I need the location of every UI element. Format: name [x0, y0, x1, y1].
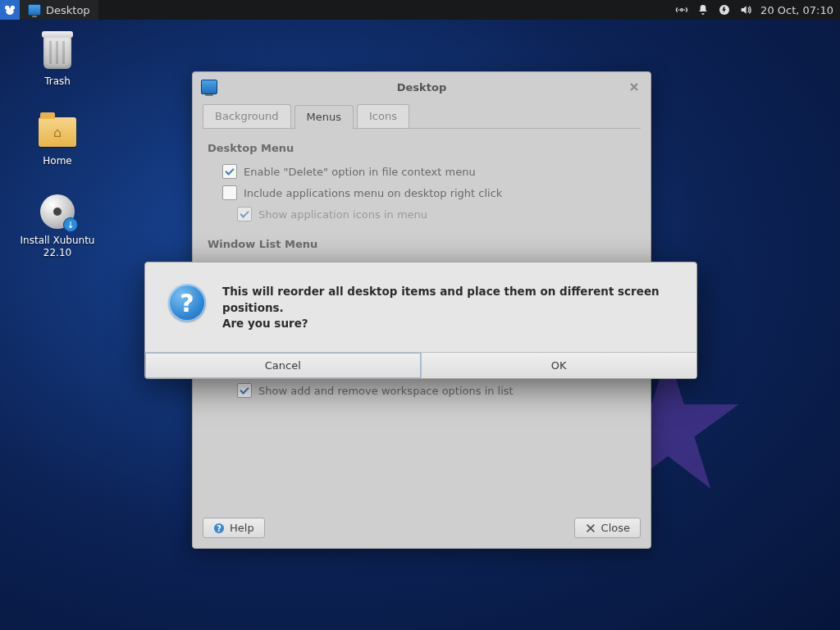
desktop-icon-label: Trash — [44, 75, 71, 88]
window-titlebar[interactable]: Desktop — [193, 72, 651, 102]
window-button-row: ? Help Close — [193, 509, 651, 548]
desktop-icon-installer[interactable]: ↓ Install Xubuntu 22.10 — [8, 192, 107, 259]
notifications-icon[interactable] — [696, 3, 710, 16]
confirm-reorder-dialog: ? This will reorder all desktop items an… — [144, 262, 697, 379]
trash-icon — [43, 36, 71, 69]
svg-point-3 — [6, 8, 13, 15]
svg-text:?: ? — [217, 523, 221, 532]
option-include-apps-menu[interactable]: Include applications menu on desktop rig… — [208, 182, 636, 203]
tab-menus[interactable]: Menus — [294, 105, 354, 129]
checkbox-checked-icon — [222, 164, 237, 179]
question-icon: ? — [168, 284, 206, 322]
checkbox-checked-icon — [237, 207, 252, 221]
checkbox-unchecked-icon — [222, 185, 237, 200]
network-icon[interactable] — [675, 3, 688, 16]
dialog-button-row: Cancel OK — [145, 352, 696, 378]
section-window-list-menu: Window List Menu — [208, 238, 636, 250]
option-label: Show application icons in menu — [258, 208, 427, 221]
button-label: Close — [601, 522, 630, 534]
taskbar-item-desktop[interactable]: Desktop — [20, 0, 98, 20]
option-label: Include applications menu on desktop rig… — [244, 187, 502, 199]
option-show-add-remove-workspace[interactable]: Show add and remove workspace options in… — [208, 380, 636, 401]
desktop-icon-trash[interactable]: Trash — [8, 33, 107, 88]
monitor-icon — [201, 80, 217, 94]
help-button[interactable]: ? Help — [203, 518, 265, 538]
tab-strip: Background Menus Icons — [193, 102, 651, 128]
close-icon — [585, 523, 596, 534]
section-desktop-menu: Desktop Menu — [208, 142, 636, 154]
option-label: Show add and remove workspace options in… — [258, 385, 514, 397]
disc-icon: ↓ — [40, 194, 75, 229]
desktop-icon-home[interactable]: ⌂ Home — [8, 112, 107, 167]
button-label: Help — [230, 522, 254, 534]
power-icon[interactable] — [718, 3, 731, 16]
dialog-message: This will reorder all desktop items and … — [222, 284, 673, 332]
tab-icons[interactable]: Icons — [357, 104, 409, 128]
top-panel: Desktop 20 Oct, 07:10 — [0, 0, 840, 20]
help-icon: ? — [213, 523, 225, 534]
option-label: Enable "Delete" option in file context m… — [244, 166, 476, 178]
monitor-icon — [28, 4, 41, 16]
button-label: OK — [551, 359, 567, 372]
close-icon — [629, 82, 639, 92]
option-show-app-icons: Show application icons in menu — [208, 203, 636, 225]
xfce-mouse-icon — [3, 3, 16, 16]
option-enable-delete[interactable]: Enable "Delete" option in file context m… — [208, 161, 636, 182]
download-badge-icon: ↓ — [64, 218, 77, 231]
desktop-icon-label: Install Xubuntu 22.10 — [8, 235, 107, 259]
checkbox-checked-icon — [237, 383, 252, 398]
window-title: Desktop — [193, 81, 651, 94]
button-label: Cancel — [265, 359, 301, 372]
tab-background[interactable]: Background — [203, 104, 291, 128]
cancel-button[interactable]: Cancel — [145, 353, 422, 378]
svg-point-4 — [681, 9, 683, 11]
desktop-icon-grid: Trash ⌂ Home ↓ Install Xubuntu 22.10 — [0, 33, 115, 259]
ok-button[interactable]: OK — [422, 353, 697, 378]
volume-icon[interactable] — [739, 3, 752, 16]
folder-home-icon: ⌂ — [39, 117, 76, 147]
taskbar-item-label: Desktop — [46, 4, 90, 16]
whisker-menu-button[interactable] — [0, 0, 20, 20]
panel-clock[interactable]: 20 Oct, 07:10 — [760, 4, 833, 16]
desktop-icon-label: Home — [43, 155, 71, 167]
close-button[interactable]: Close — [574, 518, 641, 538]
window-close-button[interactable] — [626, 79, 642, 95]
